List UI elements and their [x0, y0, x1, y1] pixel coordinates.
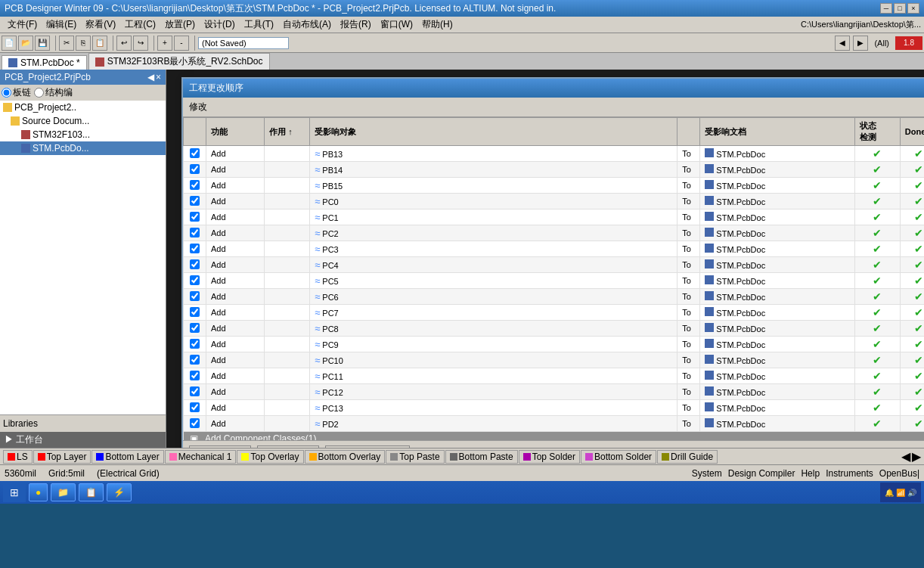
- taskbar-app3[interactable]: 📋: [79, 483, 104, 501]
- row-checkbox[interactable]: [190, 164, 200, 174]
- row-checkbox-cell[interactable]: [184, 416, 206, 432]
- menu-place[interactable]: 放置(P): [160, 17, 200, 33]
- layer-tab[interactable]: Bottom Solder: [581, 450, 656, 464]
- apply-changes-btn[interactable]: 生效更改: [189, 445, 251, 448]
- row-checkbox[interactable]: [190, 148, 200, 158]
- layer-scroll-right[interactable]: ▶: [912, 449, 921, 464]
- dialog-table-container[interactable]: 功能 作用 ↑ 受影响对象 受影响文档 状态检测 Done 信息: [183, 117, 924, 440]
- minimize-btn[interactable]: ─: [880, 3, 892, 14]
- close-window-btn[interactable]: ×: [907, 3, 919, 14]
- row-checkbox-cell[interactable]: [184, 321, 206, 337]
- row-checkbox-cell[interactable]: [184, 289, 206, 305]
- layer-tab[interactable]: Drill Guide: [657, 450, 718, 464]
- layer-tab[interactable]: Top Overlay: [237, 450, 303, 464]
- menu-view[interactable]: 察看(V): [81, 17, 120, 33]
- start-btn[interactable]: ⊞: [3, 483, 26, 502]
- design-compiler-btn[interactable]: Design Compiler: [728, 468, 795, 479]
- row-checkbox-cell[interactable]: [184, 305, 206, 321]
- row-checkbox[interactable]: [190, 355, 200, 365]
- layer-tab[interactable]: Top Layer: [33, 450, 91, 464]
- row-checkbox-cell[interactable]: [184, 337, 206, 352]
- row-checkbox[interactable]: [190, 180, 200, 190]
- row-checkbox[interactable]: [190, 323, 200, 333]
- menu-project[interactable]: 工程(C): [120, 17, 160, 33]
- col-sort[interactable]: 作用 ↑: [265, 118, 310, 146]
- menu-tools[interactable]: 工具(T): [240, 17, 278, 33]
- row-checkbox-cell[interactable]: [184, 368, 206, 384]
- menu-report[interactable]: 报告(R): [336, 17, 376, 33]
- layer-tab[interactable]: Mechanical 1: [165, 450, 237, 464]
- maximize-btn[interactable]: □: [894, 3, 906, 14]
- row-checkbox[interactable]: [190, 291, 200, 301]
- radio-struct[interactable]: 结构编: [34, 86, 73, 99]
- system-btn[interactable]: System: [692, 468, 722, 479]
- panel-close[interactable]: ×: [156, 72, 161, 82]
- report-changes-btn[interactable]: 报告更改 (R)...: [325, 445, 410, 448]
- taskbar-altium[interactable]: ⚡: [107, 483, 132, 501]
- menu-design[interactable]: 设计(D): [200, 17, 240, 33]
- row-checkbox-cell[interactable]: [184, 178, 206, 194]
- layer-tab[interactable]: Bottom Paste: [445, 450, 518, 464]
- menu-file[interactable]: 文件(F): [3, 17, 42, 33]
- toolbar-undo[interactable]: ↩: [116, 36, 132, 51]
- toolbar-save[interactable]: 💾: [35, 36, 50, 51]
- row-checkbox-cell[interactable]: [184, 352, 206, 368]
- group-expand-icon[interactable]: ▣: [190, 433, 198, 440]
- row-checkbox-cell[interactable]: [184, 257, 206, 273]
- row-checkbox[interactable]: [190, 307, 200, 317]
- toolbar-new[interactable]: 📄: [2, 36, 17, 51]
- row-checkbox[interactable]: [190, 371, 200, 380]
- row-checkbox[interactable]: [190, 244, 200, 253]
- row-checkbox-cell[interactable]: [184, 210, 206, 225]
- instruments-btn[interactable]: Instruments: [826, 468, 873, 479]
- row-checkbox-cell[interactable]: [184, 241, 206, 257]
- row-checkbox[interactable]: [190, 386, 200, 396]
- toolbar-paste[interactable]: 📋: [92, 36, 107, 51]
- row-checkbox-cell[interactable]: [184, 162, 206, 178]
- row-checkbox-cell[interactable]: [184, 194, 206, 210]
- row-checkbox[interactable]: [190, 275, 200, 285]
- menu-help[interactable]: 帮助(H): [417, 17, 457, 33]
- row-checkbox-cell[interactable]: [184, 225, 206, 241]
- toolbar-copy[interactable]: ⎘: [76, 36, 91, 51]
- row-checkbox[interactable]: [190, 402, 200, 412]
- toolbar-redo[interactable]: ↪: [133, 36, 148, 51]
- tree-item-source[interactable]: Source Docum...: [0, 114, 166, 128]
- row-checkbox[interactable]: [190, 196, 200, 206]
- menu-autoroute[interactable]: 自动布线(A): [278, 17, 336, 33]
- row-checkbox-cell[interactable]: [184, 273, 206, 289]
- toolbar-nav-left[interactable]: ◀: [835, 36, 850, 51]
- radio-board[interactable]: 板链: [2, 86, 31, 99]
- panel-arrow-left[interactable]: ◀: [147, 72, 154, 82]
- layer-tab[interactable]: Top Solder: [519, 450, 580, 464]
- taskbar-ie[interactable]: ●: [29, 483, 48, 501]
- toolbar-open[interactable]: 📂: [18, 36, 33, 51]
- layer-tab[interactable]: LS: [3, 450, 33, 464]
- layer-tab[interactable]: Top Paste: [386, 450, 444, 464]
- row-checkbox-cell[interactable]: [184, 400, 206, 416]
- tab-sch[interactable]: STM32F103RB最小系统_RV2.SchDoc: [88, 53, 270, 70]
- openbus-btn[interactable]: OpenBus|: [879, 468, 919, 479]
- layer-tab[interactable]: Bottom Overlay: [305, 450, 386, 464]
- tree-item-pcb[interactable]: STM.PcbDo...: [0, 141, 166, 155]
- menu-window[interactable]: 窗口(W): [376, 17, 417, 33]
- help-btn[interactable]: Help: [801, 468, 820, 479]
- taskbar-explorer[interactable]: 📁: [51, 483, 76, 501]
- toolbar-zoom-out[interactable]: -: [174, 36, 189, 51]
- row-checkbox[interactable]: [190, 212, 200, 222]
- row-checkbox-cell[interactable]: [184, 146, 206, 162]
- toolbar-cut[interactable]: ✂: [59, 36, 74, 51]
- row-checkbox[interactable]: [190, 228, 200, 237]
- layer-scroll-left[interactable]: ◀: [901, 449, 910, 464]
- tab-pcb[interactable]: STM.PcbDoc *: [2, 55, 87, 70]
- row-checkbox[interactable]: [190, 418, 200, 428]
- toolbar-zoom-in[interactable]: +: [157, 36, 172, 51]
- layer-tab[interactable]: Bottom Layer: [91, 450, 163, 464]
- tree-item-project[interactable]: PCB_Project2..: [0, 101, 166, 114]
- toolbar-nav-right[interactable]: ▶: [853, 36, 868, 51]
- row-checkbox[interactable]: [190, 339, 200, 349]
- row-checkbox[interactable]: [190, 259, 200, 269]
- execute-changes-btn[interactable]: 执行更改: [257, 445, 319, 448]
- tree-item-sch[interactable]: STM32F103...: [0, 128, 166, 141]
- row-checkbox-cell[interactable]: [184, 384, 206, 400]
